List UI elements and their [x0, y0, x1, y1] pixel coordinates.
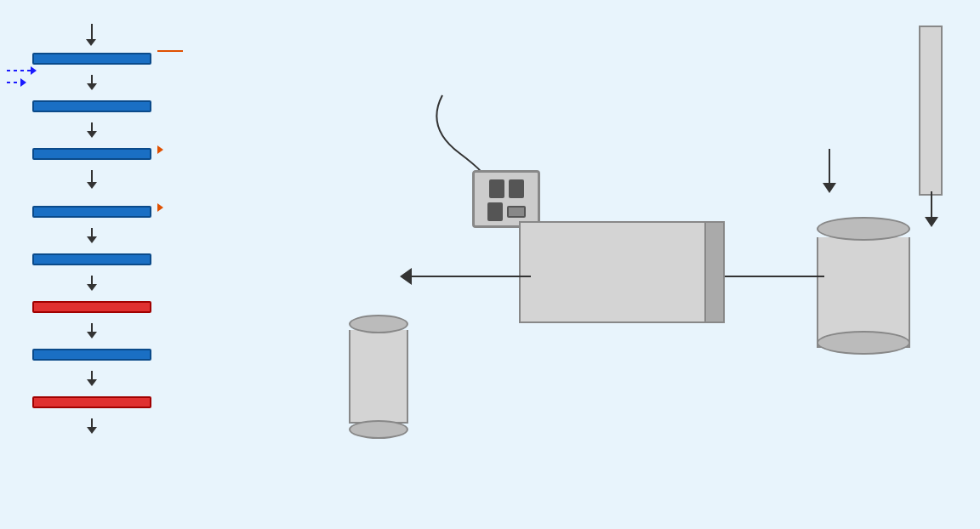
box-sedimentation: [32, 148, 151, 160]
box-collection: [32, 53, 151, 65]
box-photocatalysis: [32, 349, 151, 361]
box-ozone: [32, 253, 151, 265]
equipment-side-panel: [706, 221, 725, 323]
socket-hole-1: [489, 179, 504, 198]
equipment-to-drain-arrow: [400, 268, 531, 285]
socket-hole-3: [487, 202, 503, 221]
upper-drain-pipe: [919, 26, 943, 196]
tank: [817, 217, 910, 348]
socket-hole-2: [509, 179, 524, 198]
tank-to-equipment-arrow: [710, 268, 824, 285]
box-advanced-oxidation: [32, 396, 151, 408]
drain-pipe: [349, 315, 408, 439]
box-heavy-metal: [32, 206, 151, 218]
main-equipment: [519, 221, 706, 323]
tap-water-arrow: [823, 149, 836, 193]
box-neutralize: [32, 100, 151, 112]
upper-pipe-arrow: [925, 191, 938, 227]
power-connection-line: [357, 77, 553, 179]
socket-switch: [507, 206, 526, 218]
power-socket: [472, 170, 540, 228]
box-adsorption: [32, 301, 151, 313]
